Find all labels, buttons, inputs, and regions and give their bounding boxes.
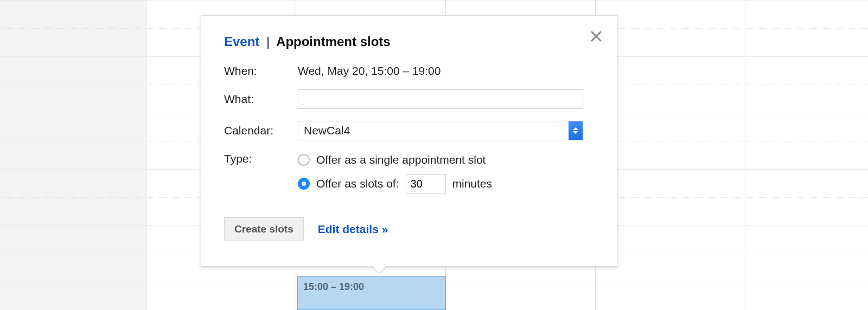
when-label: When: [224,64,298,78]
day-column[interactable] [596,0,745,310]
calendar-select[interactable]: NewCal4 [298,121,583,140]
tab-separator: | [266,34,270,49]
appointment-slot-dialog: Event | Appointment slots When: Wed, May… [201,15,617,267]
what-label: What: [224,93,298,106]
day-column[interactable] [745,0,868,310]
close-icon[interactable] [589,29,604,44]
tab-appointment-slots: Appointment slots [276,34,391,49]
chevron-up-down-icon [569,121,583,140]
radio-multi-label-suffix: minutes [452,177,493,190]
create-slots-button[interactable]: Create slots [224,217,304,241]
type-label: Type: [224,152,298,165]
event-time-label: 15:00 – 19:00 [303,281,364,292]
what-input[interactable] [298,89,583,109]
dialog-tail [372,266,387,273]
selected-event-block[interactable]: 15:00 – 19:00 [297,276,446,310]
dialog-tabs: Event | Appointment slots [224,34,595,49]
time-gutter [0,0,146,310]
when-value: Wed, May 20, 15:00 – 19:00 [298,64,595,78]
calendar-selected-text: NewCal4 [298,124,569,137]
calendar-label: Calendar: [224,124,298,137]
grid-line [0,0,868,1]
radio-single-label: Offer as a single appointment slot [316,153,486,166]
edit-details-link[interactable]: Edit details » [318,223,388,236]
slot-duration-input[interactable] [406,174,446,193]
radio-multi-slot[interactable] [298,178,310,190]
radio-multi-label-prefix: Offer as slots of: [316,177,399,190]
radio-single-slot[interactable] [298,154,310,166]
tab-event[interactable]: Event [224,34,259,49]
